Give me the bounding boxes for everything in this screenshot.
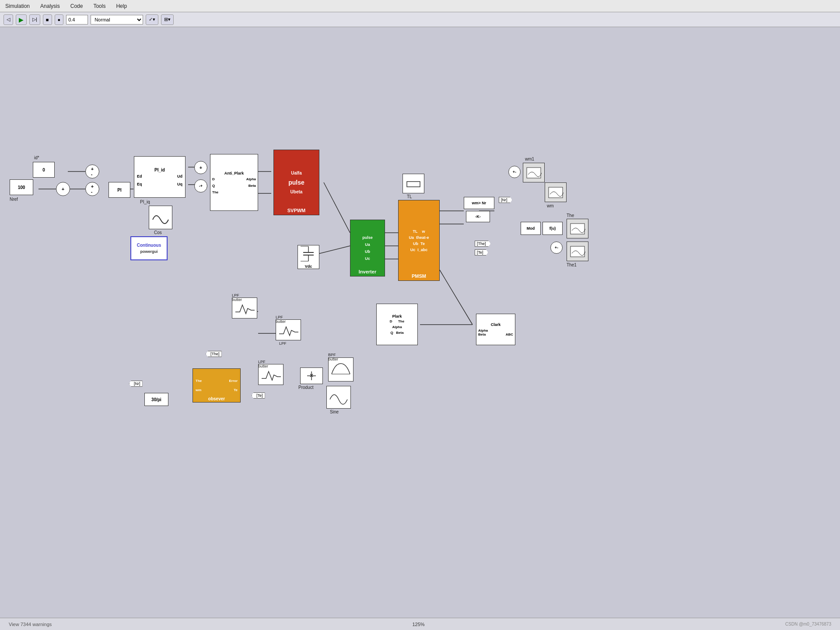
sim-time-input[interactable] [66, 15, 88, 24]
cos-wave-icon [152, 211, 169, 224]
svg-line-8 [324, 182, 350, 233]
bpf-label-text: BPFbutter [328, 353, 338, 361]
sine-block[interactable] [326, 386, 351, 409]
svpwm-block[interactable]: Ualfa pulse Ubeta SVPWM [273, 150, 319, 215]
menu-simulation[interactable]: Simulation [4, 2, 32, 10]
check-button[interactable]: ✓▾ [146, 14, 158, 25]
id-ref-block[interactable]: 0 [33, 162, 55, 178]
menubar: Simulation Analysis Code Tools Help [0, 0, 840, 12]
mod-block[interactable]: Mod [521, 222, 541, 235]
step-button[interactable]: ▷| [29, 14, 40, 25]
bpf-icon [331, 362, 351, 378]
sine-icon [329, 389, 348, 406]
wm-label: wm [547, 203, 554, 208]
stop-button[interactable]: ■ [43, 14, 52, 25]
plark-block[interactable]: Plark D The Alpha Q Beta [376, 304, 418, 345]
menu-analysis[interactable]: Analysis [38, 2, 62, 10]
vdc-block[interactable]: Vdc [298, 245, 319, 269]
the1-scope-icon [570, 245, 585, 258]
anti-plark-block[interactable]: Anti_Plark DAlpha QBeta The [210, 154, 258, 211]
sum-d-block[interactable]: + [194, 161, 207, 174]
nref-block[interactable]: 100 [10, 179, 33, 195]
warnings-label[interactable]: View 7344 warnings [9, 622, 52, 627]
svg-line-9 [315, 246, 350, 255]
inverter-block[interactable]: pulse Ua Ub Uc Inverter [350, 220, 385, 276]
menu-code[interactable]: Code [69, 2, 85, 10]
sum-the-out[interactable]: +- [550, 242, 563, 254]
lpf1-icon [234, 301, 255, 315]
toolbar: ◁ ▶ ▷| ■ ● Normal ✓▾ ⊞▾ [0, 12, 840, 27]
wm1-scope[interactable] [523, 163, 545, 182]
wm-scope-icon [548, 186, 564, 199]
lpf2-label-text: LPFbutter [276, 315, 286, 324]
the1-scope[interactable] [567, 242, 588, 261]
tl-wave-icon [405, 177, 422, 190]
pi-id-block[interactable]: PI_id Ed Ud Eq Uq [134, 156, 186, 198]
nref-label: Nref [10, 197, 18, 202]
the-scope-icon [570, 223, 585, 235]
menu-tools[interactable]: Tools [91, 2, 107, 10]
id-ref-label: id* [34, 155, 39, 160]
sum1-block[interactable]: +- [85, 164, 99, 178]
pmsm-block[interactable]: TL w Ua theat-e Ub Te Uc I_abc PMSM [398, 200, 440, 281]
sum2-block[interactable]: + [56, 182, 70, 196]
grid-button[interactable]: ⊞▾ [161, 14, 174, 25]
cos-block[interactable] [149, 206, 172, 229]
lpf3-label-text: LPFbutter [258, 360, 268, 368]
wm-scope[interactable] [545, 182, 567, 202]
sim-mode-select[interactable]: Normal [91, 15, 143, 24]
lpf1-label-text: LPFbutter [232, 293, 242, 302]
menu-help[interactable]: Help [114, 2, 129, 10]
lpf2-icon [278, 323, 298, 336]
svg-text:×: × [310, 372, 313, 379]
play-button[interactable]: ▶ [16, 14, 27, 25]
tl-label: TL [407, 194, 412, 199]
the-scope-label: The [567, 213, 574, 218]
scope-icon [526, 167, 542, 179]
back-button[interactable]: ◁ [4, 14, 13, 25]
statusbar: View 7344 warnings 125% CSDN @m0_7347687… [0, 618, 840, 630]
pi-iq-label: PI_iq [140, 200, 150, 204]
tl-block[interactable] [402, 174, 424, 193]
wm1-label: wm1 [525, 157, 534, 161]
product-icon: × [304, 369, 319, 382]
cos-label: Cos [154, 230, 162, 235]
product-label: Product [298, 385, 313, 390]
the1-scope-label: The1 [567, 262, 577, 267]
svg-line-17 [440, 270, 472, 325]
fu-block[interactable]: f(u) [542, 222, 563, 235]
sine-label: Sine [330, 410, 339, 414]
svg-rect-27 [407, 182, 420, 187]
record-button[interactable]: ● [55, 14, 64, 25]
observer-block[interactable]: TheError wmTe obsever [192, 368, 241, 402]
the-scope[interactable] [567, 219, 588, 238]
simulink-canvas: 0 id* 100 Nref +- + +- PI PI_id Ed Ud Eq… [0, 27, 840, 626]
sum-pi-out[interactable]: -+ [194, 179, 207, 192]
sum3-block[interactable]: +- [85, 182, 99, 196]
lpf2-bottom-label: LPF [279, 341, 287, 346]
wm-nr-block[interactable]: wm> Nr [464, 197, 494, 209]
clark-block[interactable]: Clark Alpha BetaABC [476, 314, 515, 345]
product-block[interactable]: × [300, 368, 323, 384]
capacitor-icon [300, 245, 317, 264]
pi-block[interactable]: PI [108, 182, 130, 198]
lpf3-icon [261, 368, 281, 381]
watermark: CSDN @m0_73476873 [785, 622, 831, 626]
30pi-block[interactable]: 30/pi [144, 393, 168, 406]
k-gain-block[interactable]: -K- [466, 211, 490, 222]
connections-overlay [0, 27, 840, 626]
powergui-block[interactable]: Continuous powergui [130, 236, 168, 260]
sum-wm1[interactable]: +- [508, 166, 521, 178]
zoom-level: 125% [412, 622, 424, 627]
